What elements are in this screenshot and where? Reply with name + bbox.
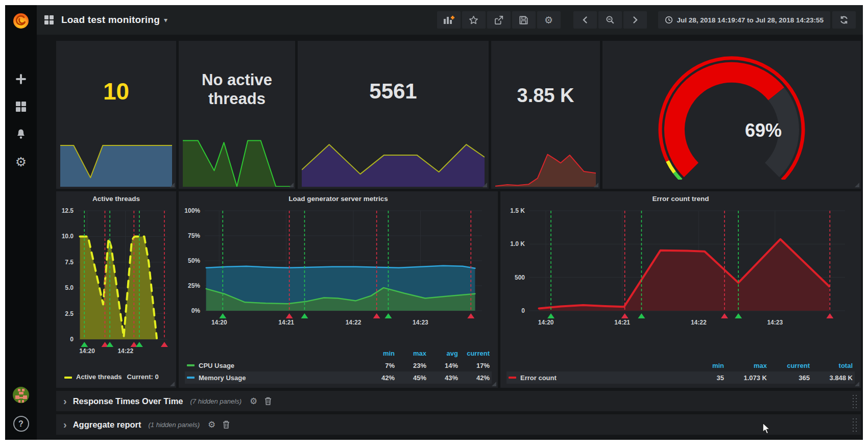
sparkline[interactable] xyxy=(495,151,596,187)
row-title[interactable]: Response Times Over Time xyxy=(73,396,183,406)
resize-handle[interactable] xyxy=(170,183,175,187)
legend-header: max xyxy=(724,362,767,369)
svg-text:50%: 50% xyxy=(188,257,200,264)
refresh-icon xyxy=(839,15,849,24)
clock-icon xyxy=(665,16,673,24)
stat-avg: 14% xyxy=(426,362,458,369)
time-back-button[interactable] xyxy=(573,11,597,29)
avatar-icon xyxy=(12,386,30,404)
legend-header-row: min max avg current xyxy=(185,347,492,359)
row-drag-handle[interactable] xyxy=(852,417,858,432)
chevron-down-icon[interactable]: ▾ xyxy=(164,16,167,24)
gauge-chart[interactable]: 69% xyxy=(612,49,852,182)
share-button[interactable] xyxy=(487,11,511,29)
sidebar-dashboards-button[interactable] xyxy=(7,93,35,120)
chart[interactable]: 14:2014:2114:2214:2305001.0 K1.5 K xyxy=(503,206,851,336)
user-avatar[interactable] xyxy=(12,386,30,406)
panel-active-threads-stat: 10 xyxy=(56,41,176,189)
dashboard-title[interactable]: Load test monitoring xyxy=(61,14,160,26)
save-button[interactable] xyxy=(512,11,536,29)
chevron-right-icon[interactable]: › xyxy=(63,395,67,407)
sparkline[interactable] xyxy=(302,142,485,187)
time-forward-button[interactable] xyxy=(623,11,647,29)
resize-handle[interactable] xyxy=(483,183,487,187)
svg-text:14:20: 14:20 xyxy=(211,319,227,326)
svg-text:5.0: 5.0 xyxy=(65,284,74,291)
panel-error-trend-chart: Error count trend 14:2014:2114:2214:2305… xyxy=(500,191,861,388)
svg-text:14:20: 14:20 xyxy=(79,347,95,355)
sidebar-create-button[interactable] xyxy=(7,65,35,93)
svg-text:14:21: 14:21 xyxy=(614,319,630,326)
collapsed-row-aggregate-report[interactable]: › Aggregate report (1 hidden panels) ⚙ xyxy=(56,414,861,435)
zoom-out-button[interactable] xyxy=(598,11,622,29)
sparkline[interactable] xyxy=(60,143,172,187)
sidebar-menu: ⚙ xyxy=(7,65,35,176)
sidebar-configuration-button[interactable]: ⚙ xyxy=(7,148,35,176)
stat-current: 365 xyxy=(767,374,810,382)
stat-min: 35 xyxy=(681,374,724,382)
sparkline[interactable] xyxy=(183,138,291,187)
panel-samples-stat: 5561 xyxy=(298,41,489,189)
stat-current: 42% xyxy=(458,374,490,382)
legend-table: min max current total Error count 35 1.0… xyxy=(507,359,855,384)
row-settings-button[interactable]: ⚙ xyxy=(250,397,257,406)
stat-value: No active threads xyxy=(192,70,282,108)
svg-text:500: 500 xyxy=(515,274,525,281)
row-hidden-panels-note: (1 hidden panels) xyxy=(149,421,200,429)
panel-errors-stat: 3.85 K xyxy=(491,41,600,189)
help-button[interactable]: ? xyxy=(13,416,29,432)
sidebar-alerting-button[interactable] xyxy=(7,120,35,148)
grafana-logo[interactable] xyxy=(10,10,32,32)
resize-handle[interactable] xyxy=(594,183,598,187)
gear-icon: ⚙ xyxy=(544,15,553,25)
row-delete-button[interactable] xyxy=(264,397,272,405)
chevron-right-icon[interactable]: › xyxy=(63,419,67,431)
panel-title[interactable]: Load generator server metrics xyxy=(179,195,498,203)
panel-title[interactable]: Error count trend xyxy=(500,195,861,203)
panel-title[interactable]: Active threads xyxy=(56,195,176,203)
legend-row-memory: Memory Usage 42% 45% 43% 42% xyxy=(185,371,492,384)
add-panel-button[interactable] xyxy=(437,11,461,29)
row-settings-button[interactable]: ⚙ xyxy=(208,420,215,429)
series-color-swatch xyxy=(509,377,516,379)
navbar-actions: ⚙ xyxy=(436,11,856,29)
svg-text:14:23: 14:23 xyxy=(413,319,428,326)
svg-text:14:23: 14:23 xyxy=(767,319,783,326)
dashboard-grid-icon[interactable] xyxy=(44,15,54,25)
refresh-button[interactable] xyxy=(832,11,856,29)
time-range-picker[interactable]: Jul 28, 2018 14:19:47 to Jul 28, 2018 14… xyxy=(658,11,830,29)
bell-icon xyxy=(15,128,27,140)
svg-text:69%: 69% xyxy=(745,120,782,141)
resize-handle[interactable] xyxy=(855,382,859,386)
svg-text:0: 0 xyxy=(70,336,74,343)
svg-text:100%: 100% xyxy=(184,207,200,214)
series-color-swatch xyxy=(187,377,195,379)
resize-handle[interactable] xyxy=(855,183,859,187)
chart[interactable]: 14:2014:2114:2214:230%25%50%75%100% xyxy=(181,206,488,336)
stat-total: 3.848 K xyxy=(810,374,853,382)
svg-text:0: 0 xyxy=(521,307,525,314)
gear-icon: ⚙ xyxy=(250,397,257,406)
svg-text:1.5 K: 1.5 K xyxy=(510,207,525,214)
svg-text:14:20: 14:20 xyxy=(538,319,554,326)
resize-handle[interactable] xyxy=(170,382,175,386)
legend-table: min max avg current CPU Usage 7% 23% 14%… xyxy=(185,347,492,384)
row-drag-handle[interactable] xyxy=(852,394,858,408)
row-title[interactable]: Aggregate report xyxy=(73,420,141,430)
stat-max: 1.073 K xyxy=(724,374,767,382)
row-delete-button[interactable] xyxy=(223,420,230,429)
gear-icon: ⚙ xyxy=(208,420,215,429)
collapsed-row-response-times[interactable]: › Response Times Over Time (7 hidden pan… xyxy=(56,391,861,411)
stat-value: 10 xyxy=(103,78,129,106)
dashboard-settings-button[interactable]: ⚙ xyxy=(537,11,561,29)
series-label: CPU Usage xyxy=(199,362,234,369)
resize-handle[interactable] xyxy=(492,382,496,386)
resize-handle[interactable] xyxy=(289,183,294,187)
legend-header: min xyxy=(363,350,395,357)
series-label[interactable]: Active threads xyxy=(76,373,122,381)
svg-text:14:22: 14:22 xyxy=(691,319,707,326)
chart[interactable]: 14:2014:2202.55.07.510.012.5 xyxy=(59,206,174,365)
star-button[interactable] xyxy=(462,11,486,29)
legend-header: avg xyxy=(426,350,458,357)
stat-min: 7% xyxy=(363,362,395,369)
